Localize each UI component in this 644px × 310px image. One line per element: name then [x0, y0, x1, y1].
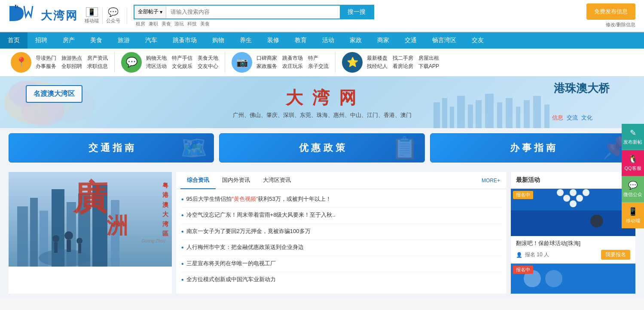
banner-subtitle: 广州、佛山、肇庆、深圳、东莞、珠海、惠州、中山、江门、香港、澳门	[233, 111, 412, 119]
search-tag-2[interactable]: 兼职	[149, 21, 158, 27]
quick-btn-traffic[interactable]: 🗺️ 交 通 指 南	[9, 133, 214, 163]
nav-shop[interactable]: 购物	[204, 32, 232, 49]
separator1	[102, 8, 103, 24]
cat-link-banshi[interactable]: 办事服务	[36, 63, 56, 70]
svg-point-42	[576, 195, 583, 202]
sidebar-mobile[interactable]: 📱 移动端	[622, 203, 644, 228]
camera-icon: 📷	[232, 52, 252, 73]
news-link-1[interactable]: 95后大学生情侣拍"黄色视频"获利53万，或被判十年以上！	[186, 195, 331, 203]
search-area: 全部帖子 ▾ 搜一搜 租房 兼职 美食 游玩 科技 美食	[134, 5, 374, 27]
news-link-3[interactable]: 南京一女子为了要回2万元押金，竟被诈骗100多万	[186, 227, 311, 236]
nav-house[interactable]: 房产	[55, 32, 82, 49]
quick-btn-traffic-label: 交 通 指 南	[89, 141, 134, 154]
nav-health[interactable]: 养生	[232, 32, 259, 49]
banner-right-title: 港珠澳大桥	[554, 81, 610, 96]
logo[interactable]: 大湾网	[9, 4, 78, 28]
nav-car[interactable]: 汽车	[137, 32, 165, 49]
search-tag-4[interactable]: 游玩	[174, 21, 184, 27]
info-link-info[interactable]: 信息	[552, 114, 563, 122]
search-button[interactable]: 搜一搜	[340, 6, 373, 18]
cat-link-gouwu[interactable]: 购物天地	[146, 55, 167, 62]
news-link-5[interactable]: 三星宣布将关闭在华唯一的电视工厂	[186, 259, 276, 268]
news-more[interactable]: MORE+	[479, 173, 502, 188]
activity-tag-2: 报名中	[513, 266, 533, 274]
nav-activity[interactable]: 活动	[314, 32, 342, 49]
search-tag-6[interactable]: 美食	[200, 21, 210, 27]
signup-btn-1[interactable]: 我要报名	[601, 250, 630, 260]
cat-link-tiaozao[interactable]: 跳蚤市场	[282, 55, 303, 62]
cat-link-ershoufang[interactable]: 找二手房	[393, 55, 413, 62]
search-input[interactable]	[166, 6, 340, 18]
banner-badge: 名渡澳大湾区	[26, 85, 82, 103]
nav-recruit[interactable]: 招聘	[27, 32, 55, 49]
cat-link-jingjiren[interactable]: 找经纪人	[367, 63, 388, 70]
cat-link-kanfang[interactable]: 看房论房	[393, 63, 413, 70]
wechat-tool[interactable]: 💬 公众号	[106, 7, 120, 24]
publish-button[interactable]: 免费发布信息	[586, 3, 635, 20]
cat-link-nongzhuang[interactable]: 农庄玩乐	[282, 63, 303, 70]
cat-link-koubei[interactable]: 口碑商家	[256, 55, 277, 62]
bullet-icon-4: •	[181, 243, 184, 252]
gz-en-label: Guang Zhou	[141, 239, 165, 243]
news-item-4: • 人行梅州市中支：把金融优惠政策送到企业身边	[181, 240, 501, 256]
cat-links-2: 购物天地 特产手信 美食天地 湾区活动 文化娱乐 交友中心	[146, 55, 218, 70]
cat-link-daodu[interactable]: 导读热门	[36, 55, 56, 62]
nav-housework[interactable]: 家政	[342, 32, 369, 49]
cat-link-luyou[interactable]: 旅游热点	[61, 55, 82, 62]
news-item-5: • 三星宣布将关闭在华唯一的电视工厂	[181, 256, 501, 272]
news-link-2[interactable]: 冷空气没忘记广东！周末带着雷雨+8级大风要来！至于入秋..	[186, 211, 336, 219]
wechat-label-sidebar: 微信公众	[623, 191, 642, 198]
info-link-exchange[interactable]: 交流	[567, 114, 578, 122]
search-tag-3[interactable]: 美食	[162, 21, 171, 27]
mobile-tool[interactable]: 📱 移动端	[85, 7, 99, 24]
search-category[interactable]: 全部帖子 ▾	[134, 6, 166, 18]
search-tag-5[interactable]: 科技	[187, 21, 197, 27]
cat-link-huodong[interactable]: 湾区活动	[146, 63, 167, 70]
nav-flea[interactable]: 跳蚤市场	[165, 32, 204, 49]
cat-link-meishi[interactable]: 美食天地	[198, 55, 218, 62]
edit-link[interactable]: 修改/删除信息	[606, 21, 635, 28]
cat-link-techan[interactable]: 特产手信	[172, 55, 192, 62]
quick-btn-policy[interactable]: 📋 优 惠 政 策	[219, 133, 424, 163]
cat-link-xiazai[interactable]: 下载APP	[418, 63, 439, 70]
svg-rect-18	[524, 100, 530, 128]
news-tab-dawanqu[interactable]: 大湾区资讯	[256, 172, 297, 189]
news-link-6[interactable]: 全方位模式创新成中国汽车业新动力	[186, 275, 276, 284]
nav-merchant[interactable]: 商家	[369, 32, 397, 49]
sidebar-wechat[interactable]: 💬 微信公众	[622, 176, 644, 203]
banner-skyline	[429, 94, 558, 128]
cat-link-qinzi[interactable]: 亲子交流	[308, 63, 329, 70]
quick-btn-traffic-icon: 🗺️	[180, 135, 207, 160]
info-link-culture[interactable]: 文化	[581, 114, 592, 122]
svg-point-43	[557, 189, 564, 196]
nav-traffic[interactable]: 交通	[397, 32, 424, 49]
quick-btn-guide[interactable]: 📌 办 事 指 南	[430, 133, 635, 163]
sidebar-qq[interactable]: 🐧 QQ客服	[622, 150, 644, 176]
nav-home[interactable]: 首页	[0, 32, 27, 49]
search-tag-1[interactable]: 租房	[136, 21, 145, 27]
cat-link-qiuzhi[interactable]: 求职信息	[87, 63, 108, 70]
cat-link-fangchan[interactable]: 房产资讯	[87, 55, 108, 62]
nav-friend[interactable]: 交友	[464, 32, 491, 49]
cat-link-xinloupan[interactable]: 最新楼盘	[367, 55, 388, 62]
nav-edu[interactable]: 教育	[287, 32, 314, 49]
sidebar-publish[interactable]: ✎ 发布新帖	[622, 124, 644, 150]
svg-rect-23	[30, 198, 38, 267]
nav-decor[interactable]: 装修	[259, 32, 287, 49]
nav-bay[interactable]: 畅言湾区	[424, 32, 464, 49]
bullet-icon-3: •	[181, 227, 184, 236]
cat-link-techan2[interactable]: 特产	[308, 55, 329, 62]
svg-rect-11	[457, 96, 465, 128]
cat-link-jiazheng[interactable]: 家政服务	[256, 63, 277, 70]
cat-link-wenhua[interactable]: 文化娱乐	[172, 63, 192, 70]
news-link-4[interactable]: 人行梅州市中支：把金融优惠政策送到企业身边	[186, 243, 304, 252]
activity-header: 最新活动	[511, 172, 635, 189]
cat-link-quanzhi[interactable]: 全职招聘	[61, 63, 82, 70]
news-tab-guonei[interactable]: 国内外资讯	[216, 172, 256, 189]
news-tab-zonghe[interactable]: 综合资讯	[180, 172, 216, 189]
nav-food[interactable]: 美食	[82, 32, 110, 49]
nav-travel[interactable]: 旅游	[110, 32, 137, 49]
svg-rect-20	[544, 104, 549, 128]
cat-link-jiaoyou[interactable]: 交友中心	[198, 63, 218, 70]
cat-link-chuzufang[interactable]: 房屋出租	[418, 55, 439, 62]
